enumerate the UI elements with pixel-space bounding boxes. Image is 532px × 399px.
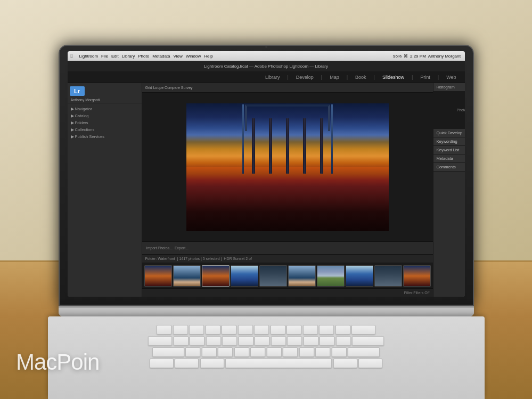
filmstrip-thumb-10[interactable]: [403, 265, 431, 287]
key-m[interactable]: [283, 347, 298, 357]
panel-catalog[interactable]: ▶ Catalog: [68, 112, 142, 119]
metadata-header[interactable]: Metadata ◀: [433, 154, 465, 162]
key-space[interactable]: [225, 359, 332, 368]
quick-develop-label: Quick Develop: [437, 131, 463, 135]
filmstrip-thumb-9[interactable]: [374, 265, 402, 287]
key-l[interactable]: [304, 336, 318, 346]
key-cmd-r[interactable]: [333, 359, 357, 368]
module-book[interactable]: Book: [352, 74, 370, 81]
pier-rail-left: [242, 104, 244, 174]
filmstrip-thumb-4[interactable]: [231, 265, 258, 287]
key-n[interactable]: [267, 347, 282, 357]
quick-develop-header[interactable]: Quick Develop ◀: [433, 129, 465, 137]
key-bracket-r[interactable]: [335, 325, 350, 335]
panel-publish[interactable]: ▶ Publish Services: [68, 133, 142, 140]
key-k[interactable]: [287, 336, 302, 346]
key-w[interactable]: [173, 325, 188, 335]
export-button[interactable]: Export...: [175, 246, 189, 250]
module-library[interactable]: Library: [262, 74, 283, 81]
pier-pillars: [245, 118, 330, 174]
menu-view[interactable]: View: [174, 54, 183, 59]
key-cmd-l[interactable]: [200, 359, 224, 368]
histogram-area: Photo is missing: [433, 91, 465, 128]
panel-navigator[interactable]: ▶ Navigator: [68, 105, 142, 112]
histogram-header[interactable]: Histogram ▼: [433, 83, 465, 91]
macbook-base: [59, 306, 474, 316]
key-shift-l[interactable]: [152, 347, 184, 357]
key-h[interactable]: [255, 336, 269, 346]
key-return[interactable]: [352, 336, 384, 346]
key-i[interactable]: [271, 325, 285, 335]
key-t[interactable]: [222, 325, 236, 335]
menu-help[interactable]: Help: [204, 54, 212, 59]
key-bracket-l[interactable]: [319, 325, 334, 335]
key-p[interactable]: [303, 325, 318, 335]
filmstrip-thumb-7[interactable]: [317, 265, 345, 287]
key-c[interactable]: [218, 347, 233, 357]
filter-value[interactable]: Filters Off: [413, 291, 429, 295]
menu-edit[interactable]: Edit: [111, 54, 119, 59]
key-d[interactable]: [206, 336, 221, 346]
key-quote[interactable]: [336, 336, 351, 346]
keyboard-row-3: [59, 347, 474, 357]
pillar-5: [320, 118, 323, 174]
key-semicolon[interactable]: [320, 336, 334, 346]
module-map[interactable]: Map: [326, 74, 342, 81]
sep2: |: [318, 74, 325, 81]
menu-metadata[interactable]: Metadata: [152, 54, 170, 59]
module-develop[interactable]: Develop: [293, 74, 317, 81]
key-o[interactable]: [287, 325, 301, 335]
key-f[interactable]: [222, 336, 237, 346]
module-slideshow[interactable]: Slideshow: [379, 74, 407, 81]
key-alt[interactable]: [175, 359, 199, 368]
key-r[interactable]: [206, 325, 220, 335]
key-period[interactable]: [315, 347, 330, 357]
module-print[interactable]: Print: [417, 74, 433, 81]
key-shift-r[interactable]: [348, 347, 380, 357]
key-y[interactable]: [238, 325, 253, 335]
key-j[interactable]: [271, 336, 286, 346]
filmstrip-thumb-8[interactable]: [346, 265, 373, 287]
photo-missing-notice: Photo is missing: [457, 108, 465, 112]
menu-window[interactable]: Window: [186, 54, 201, 59]
keyword-list-header[interactable]: Keyword List ◀: [433, 146, 465, 154]
menu-library[interactable]: Library: [122, 54, 135, 59]
menu-file[interactable]: File: [101, 54, 108, 59]
filmstrip-thumb-3[interactable]: [202, 265, 230, 287]
key-a[interactable]: [174, 336, 189, 346]
comments-header[interactable]: Comments ◀: [433, 163, 465, 171]
key-x[interactable]: [202, 347, 217, 357]
keyboard-rows: [59, 321, 474, 368]
lr-logo: Lr: [70, 86, 85, 96]
key-e[interactable]: [189, 325, 204, 335]
filter-label: Filter:: [404, 291, 414, 295]
photo-water: [186, 167, 389, 231]
filmstrip-thumb-1[interactable]: [144, 265, 172, 287]
menu-lightroom[interactable]: Lightroom: [79, 54, 99, 59]
filmstrip-photos: [142, 263, 433, 288]
key-v[interactable]: [234, 347, 249, 357]
key-g[interactable]: [239, 336, 253, 346]
key-u[interactable]: [254, 325, 269, 335]
filmstrip-thumb-6[interactable]: [288, 265, 316, 287]
import-button[interactable]: Import Photos...: [146, 246, 173, 250]
key-comma[interactable]: [299, 347, 314, 357]
key-q[interactable]: [157, 325, 171, 335]
panel-collections[interactable]: ▶ Collections: [68, 126, 142, 133]
panel-folders[interactable]: ▶ Folders: [68, 119, 142, 126]
key-backspace[interactable]: [351, 325, 375, 335]
menu-photo[interactable]: Photo: [138, 54, 149, 59]
lr-preview-area: [142, 93, 433, 241]
module-web[interactable]: Web: [443, 74, 459, 81]
key-tab[interactable]: [148, 336, 172, 346]
key-slash[interactable]: [332, 347, 347, 357]
keywording-header[interactable]: Keywording ◀: [433, 137, 465, 145]
key-s[interactable]: [190, 336, 204, 346]
lr-titlebar: Lightroom Catalog.lrcat — Adobe Photosho…: [68, 61, 465, 71]
key-z[interactable]: [185, 347, 200, 357]
key-ctrl[interactable]: [150, 359, 174, 368]
filmstrip-thumb-5[interactable]: [259, 265, 287, 287]
key-option[interactable]: [358, 359, 382, 368]
filmstrip-thumb-2[interactable]: [173, 265, 201, 287]
key-b[interactable]: [250, 347, 265, 357]
